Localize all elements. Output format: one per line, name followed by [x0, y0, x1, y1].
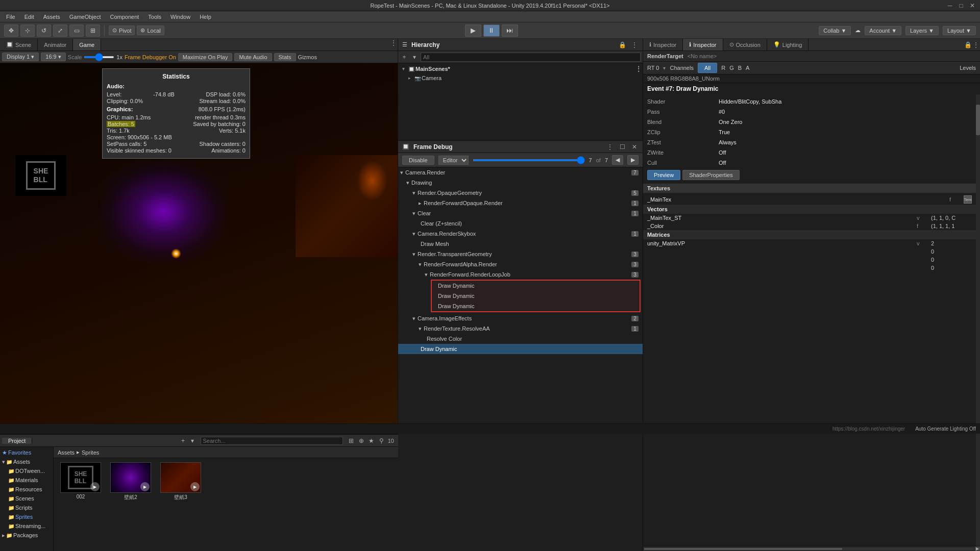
hierarchy-search[interactable] [421, 53, 641, 62]
g-label[interactable]: G [729, 65, 734, 71]
fd-event-slider[interactable] [473, 159, 585, 161]
fd-opaque[interactable]: ▾ Render.OpaqueGeometry 5 [398, 188, 643, 198]
proj-icon2[interactable]: ⊕ [357, 437, 365, 445]
aspect-select[interactable]: 16:9 ▾ [41, 53, 65, 61]
fd-skybox[interactable]: ▾ Camera.RenderSkybox 1 [398, 229, 643, 239]
shader-props-btn[interactable]: ShaderProperties [682, 170, 740, 180]
proj-icon4[interactable]: ⚲ [378, 437, 386, 445]
hierarchy-lock[interactable]: 🔒 [618, 41, 626, 49]
scenes-folder[interactable]: 📁 Scenes [0, 494, 53, 503]
tab-inspector[interactable]: ℹ Inspector [683, 39, 723, 51]
hier-camera[interactable]: ▸ 📷 Camera [398, 73, 643, 83]
assets-root[interactable]: ▾ 📁 Assets [0, 457, 53, 466]
r-label[interactable]: R [721, 65, 725, 71]
rotate-tool[interactable]: ↺ [37, 24, 51, 37]
fd-resolve-color[interactable]: Resolve Color [398, 334, 643, 344]
menu-assets[interactable]: Assets [39, 13, 64, 21]
fd-drawing[interactable]: ▾ Drawing [398, 178, 643, 188]
pivot-toggle[interactable]: ⊙ Pivot [109, 26, 135, 35]
materials-folder[interactable]: 📁 Materials [0, 475, 53, 485]
scale-slider-input[interactable] [84, 56, 114, 58]
fd-camera-render[interactable]: ▾ Camera.Render 7 [398, 167, 643, 178]
hscroll-right[interactable]: ▶ [975, 546, 980, 552]
play-button[interactable]: ▶ [465, 24, 481, 37]
move-tool[interactable]: ⊹ [20, 24, 35, 37]
fd-image-effects[interactable]: ▾ Camera.ImageEffects 2 [398, 313, 643, 323]
add-folder-btn[interactable]: + [179, 437, 187, 445]
fd-rfa-render[interactable]: ▾ RenderForwardAlpha.Render 3 [398, 259, 643, 269]
cloud-icon[interactable]: ☁ [855, 27, 861, 34]
asset-002-play[interactable]: ▶ [90, 482, 100, 491]
preview-btn[interactable]: Preview [647, 170, 680, 180]
proj-icon3[interactable]: ★ [368, 437, 376, 445]
tab-game[interactable]: Game [73, 39, 101, 51]
asset-002[interactable]: SHEBLL ▶ 002 [58, 462, 104, 501]
menu-gameobject[interactable]: GameObject [65, 13, 105, 21]
hscroll-thumb[interactable] [644, 548, 842, 550]
close-btn[interactable]: ✕ [969, 2, 976, 9]
display-select[interactable]: Display 1 ▾ [2, 53, 39, 61]
fd-transparent[interactable]: ▾ Render.TransparentGeometry 3 [398, 249, 643, 259]
scale-tool[interactable]: ⤢ [53, 24, 67, 37]
b-label[interactable]: B [738, 65, 742, 71]
tab-scene[interactable]: 🔲 Scene [0, 39, 38, 51]
pause-button[interactable]: ⏸ [483, 24, 500, 37]
menu-tools[interactable]: Tools [144, 13, 165, 21]
fd-close-icon[interactable]: ☐ [618, 143, 626, 151]
menu-help[interactable]: Help [195, 13, 215, 21]
hier-main-scenes[interactable]: ▾ 🔲 MainScenes* ⋮ [398, 64, 643, 73]
collab-button[interactable]: Collab ▼ [819, 26, 851, 35]
add-hierarchy-btn[interactable]: + [400, 53, 408, 61]
fd-resolve-aa[interactable]: ▾ RenderTexture.ResolveAA 1 [398, 323, 643, 334]
step-button[interactable]: ⏭ [502, 24, 518, 37]
fd-draw-mesh[interactable]: Draw Mesh [398, 239, 643, 249]
stats-btn[interactable]: Stats [274, 53, 296, 61]
tab-inspect[interactable]: ℹ Inspector [643, 39, 683, 51]
fd-prev-btn[interactable]: ◀ [612, 155, 623, 165]
asset-wallpaper3[interactable]: ▶ 壁紙3 [158, 462, 204, 501]
fd-clear[interactable]: ▾ Clear 1 [398, 208, 643, 218]
gizmos-label[interactable]: Gizmos [298, 54, 317, 60]
account-button[interactable]: Account ▼ [865, 26, 901, 35]
breadcrumb-sprites[interactable]: Sprites [82, 449, 99, 456]
tab-project[interactable]: Project [2, 438, 32, 444]
hier-main-menu[interactable]: ⋮ [634, 65, 643, 73]
minimize-btn[interactable]: ─ [946, 2, 953, 9]
menu-window[interactable]: Window [166, 13, 194, 21]
menu-component[interactable]: Component [106, 13, 143, 21]
asset-wallpaper2[interactable]: ▶ 壁紙2 [108, 462, 154, 501]
fd-pin[interactable]: ⋮ [606, 143, 614, 151]
layout-button[interactable]: Layout ▼ [943, 26, 976, 35]
hierarchy-menu[interactable]: ⋮ [630, 41, 639, 49]
favorites-item[interactable]: ★ Favorites [0, 448, 53, 457]
inspector-menu[interactable]: ⋮ [972, 41, 980, 49]
fd-dd-2[interactable]: Draw Dynamic [432, 291, 640, 301]
hand-tool[interactable]: ✥ [4, 24, 18, 37]
asset-wallpaper3-play[interactable]: ▶ [190, 482, 200, 491]
fd-close-btn[interactable]: ✕ [630, 143, 639, 151]
tab-animator[interactable]: Animator [38, 39, 73, 51]
rect-tool[interactable]: ▭ [69, 24, 84, 37]
resources-folder[interactable]: 📁 Resources [0, 485, 53, 494]
maximize-btn[interactable]: □ [958, 2, 965, 9]
local-toggle[interactable]: ⊛ Local [137, 26, 164, 35]
inspector-scrollbar[interactable] [976, 94, 980, 546]
fd-dd-1[interactable]: Draw Dynamic [432, 281, 640, 291]
fd-next-btn[interactable]: ▶ [627, 155, 639, 165]
add-file-btn[interactable]: ▾ [188, 437, 197, 445]
streaming-folder[interactable]: 📁 Streaming... [0, 521, 53, 531]
proj-icon1[interactable]: ⊞ [347, 437, 355, 445]
layers-button[interactable]: Layers ▼ [905, 26, 939, 35]
transform-tool[interactable]: ⊞ [86, 24, 100, 37]
main-tex-swatch[interactable]: Tem [964, 195, 972, 204]
dotween-folder[interactable]: 📁 DOTween... [0, 466, 53, 475]
scrollbar-thumb[interactable] [976, 105, 980, 135]
fd-clear-z[interactable]: Clear (Z+stencil) [398, 218, 643, 229]
tab-occlusion[interactable]: ⊙ Occlusion [723, 39, 767, 51]
packages-root[interactable]: ▸ 📁 Packages [0, 531, 53, 540]
project-search[interactable] [201, 437, 343, 445]
sprites-folder[interactable]: 📁 Sprites [0, 512, 53, 521]
inspector-lock[interactable]: 🔒 [964, 41, 972, 49]
fd-draw-dynamic-sel[interactable]: Draw Dynamic [398, 344, 643, 354]
tab-lighting[interactable]: 💡 Lighting [767, 39, 809, 51]
